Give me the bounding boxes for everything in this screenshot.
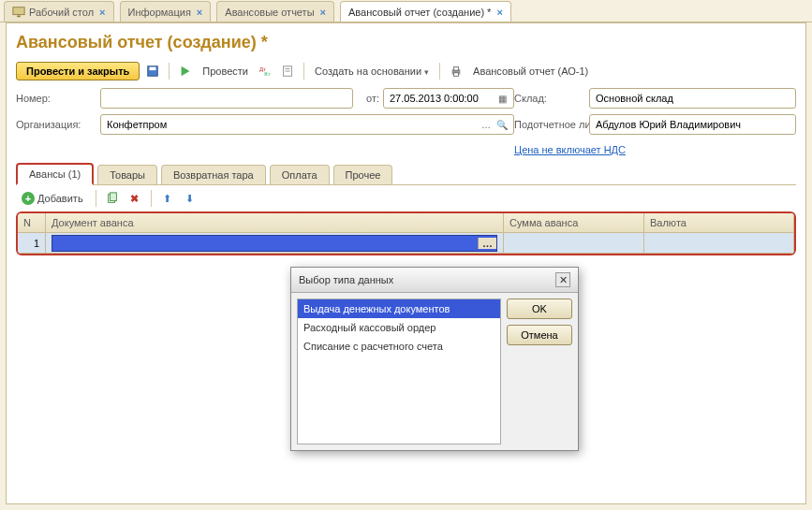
delete-icon[interactable]: ✖ (125, 189, 144, 208)
svg-rect-1 (17, 15, 21, 17)
subtab-goods[interactable]: Товары (97, 165, 157, 184)
desktop-icon (12, 6, 25, 19)
move-up-icon[interactable]: ⬆ (158, 189, 177, 208)
svg-rect-0 (13, 7, 24, 14)
tab-label: Информация (128, 7, 191, 18)
search-icon[interactable]: 🔍 (494, 120, 509, 130)
cell-sum (504, 233, 644, 253)
warehouse-label: Склад: (514, 93, 589, 104)
dialog-buttons: OK Отмена (507, 299, 572, 444)
svg-rect-13 (110, 193, 116, 201)
col-n: N (18, 213, 46, 232)
close-icon[interactable]: × (320, 7, 326, 18)
subtab-advances[interactable]: Авансы (1) (16, 163, 94, 185)
org-label: Организация: (16, 119, 100, 130)
svg-rect-3 (150, 67, 156, 71)
separator (169, 63, 170, 80)
date-field[interactable]: ▦ (383, 88, 514, 109)
select-icon[interactable]: … (479, 120, 495, 130)
submit-icon[interactable] (176, 62, 195, 80)
org-field[interactable]: … 🔍 (100, 114, 514, 135)
svg-rect-10 (453, 67, 458, 71)
tab-reports[interactable]: Авансовые отчеты × (216, 1, 334, 22)
ok-button[interactable]: OK (507, 299, 572, 319)
type-listbox[interactable]: Выдача денежных документов Расходный кас… (297, 299, 501, 444)
separator (151, 190, 152, 207)
cancel-button[interactable]: Отмена (507, 325, 572, 345)
svg-rect-11 (453, 73, 458, 77)
calendar-icon[interactable]: ▦ (495, 94, 509, 104)
move-down-icon[interactable]: ⬇ (181, 189, 199, 208)
page-title: Авансовый отчет (создание) * (16, 33, 796, 52)
person-label: Подотчетное лицо: (514, 119, 589, 130)
cell-cur (644, 233, 794, 253)
close-icon[interactable]: × (197, 7, 202, 18)
save-icon[interactable] (143, 62, 162, 80)
separator (439, 63, 440, 80)
tab-label: Рабочий стол (29, 7, 94, 18)
type-select-dialog: Выбор типа данных ✕ Выдача денежных доку… (290, 267, 579, 451)
advances-table: N Документ аванса Сумма аванса Валюта 1 … (16, 211, 796, 255)
cell-doc[interactable]: … (46, 233, 504, 253)
row-toolbar: + Добавить ✖ ⬆ ⬇ (16, 185, 796, 211)
printer-icon[interactable] (447, 62, 465, 80)
svg-text:Кт: Кт (264, 70, 271, 77)
tab-label: Авансовый отчет (создание) * (348, 7, 491, 18)
subtab-other[interactable]: Прочее (333, 165, 393, 184)
cell-n: 1 (18, 233, 46, 253)
submit-close-button[interactable]: Провести и закрыть (16, 62, 140, 80)
number-field[interactable] (100, 88, 353, 109)
cell-select-icon[interactable]: … (478, 238, 496, 249)
close-icon[interactable]: × (99, 7, 105, 18)
tab-label: Авансовые отчеты (225, 7, 314, 18)
add-row-button[interactable]: + Добавить (16, 190, 89, 207)
tab-report-create[interactable]: Авансовый отчет (создание) * × (340, 1, 511, 22)
from-label: от: (353, 93, 383, 104)
separator (303, 63, 304, 80)
dialog-titlebar[interactable]: Выбор типа данных ✕ (291, 268, 578, 293)
dialog-title-text: Выбор типа данных (299, 274, 393, 285)
document-icon[interactable] (278, 62, 297, 80)
close-icon[interactable]: × (496, 7, 502, 18)
table-row[interactable]: 1 … (18, 233, 794, 254)
subtab-returnable[interactable]: Возвратная тара (161, 165, 266, 184)
doc-edit-cell[interactable]: … (52, 235, 497, 252)
copy-icon[interactable] (103, 189, 122, 208)
separator (96, 190, 96, 207)
submit-button[interactable]: Провести (199, 64, 252, 79)
list-item[interactable]: Выдача денежных документов (298, 299, 500, 318)
main-tabs: Рабочий стол × Информация × Авансовые от… (0, 0, 812, 22)
main-toolbar: Провести и закрыть Провести ДтКт Создать… (16, 62, 796, 80)
close-icon[interactable]: ✕ (555, 272, 570, 287)
subtab-payment[interactable]: Оплата (270, 165, 330, 184)
dtkt-icon[interactable]: ДтКт (256, 62, 274, 80)
add-label: Добавить (37, 193, 83, 204)
vat-link[interactable]: Цена не включает НДС (514, 144, 626, 155)
table-header: N Документ аванса Сумма аванса Валюта (18, 213, 794, 233)
tab-desktop[interactable]: Рабочий стол × (4, 1, 114, 22)
dialog-body: Выдача денежных документов Расходный кас… (291, 293, 578, 450)
list-item[interactable]: Списание с расчетного счета (298, 337, 500, 356)
col-doc: Документ аванса (46, 213, 504, 232)
form: Номер: от: ▦ Склад: Организация: … 🔍 Под… (16, 88, 796, 155)
plus-icon: + (22, 192, 35, 205)
col-cur: Валюта (644, 213, 794, 232)
list-item[interactable]: Расходный кассовый ордер (298, 318, 500, 337)
subtabs: Авансы (1) Товары Возвратная тара Оплата… (16, 163, 796, 185)
person-field[interactable] (589, 114, 796, 135)
number-label: Номер: (16, 93, 100, 104)
col-sum: Сумма аванса (504, 213, 644, 232)
create-based-button[interactable]: Создать на основании (311, 64, 433, 79)
print-form-button[interactable]: Авансовый отчет (АО-1) (469, 64, 592, 79)
tab-info[interactable]: Информация × (120, 1, 212, 22)
warehouse-field[interactable] (589, 88, 796, 109)
